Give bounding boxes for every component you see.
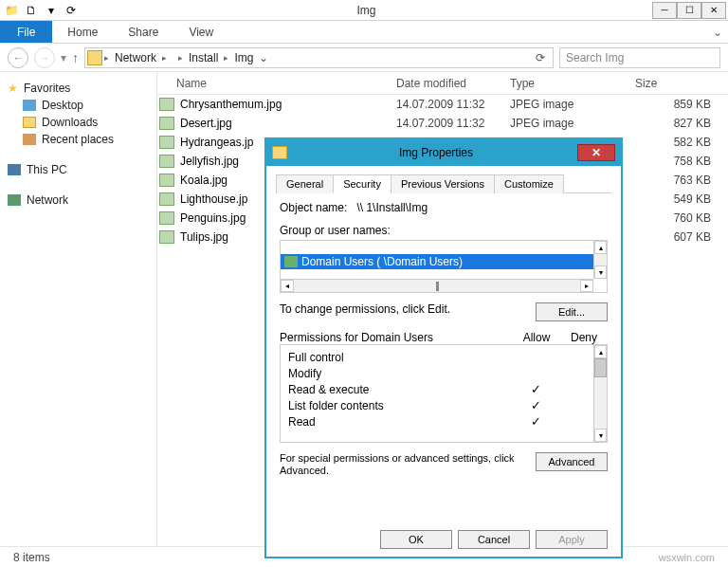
file-row[interactable]: Desert.jpg14.07.2009 11:32JPEG image827 … — [157, 114, 728, 133]
file-name: Desert.jpg — [180, 117, 232, 130]
up-button[interactable]: ↑ — [72, 50, 79, 65]
view-tab[interactable]: View — [173, 21, 228, 43]
maximize-button[interactable]: ☐ — [677, 2, 701, 19]
tab-customize[interactable]: Customize — [494, 174, 564, 193]
advanced-button[interactable]: Advanced — [536, 452, 608, 471]
back-button[interactable]: ← — [8, 47, 28, 68]
file-tab[interactable]: File — [0, 21, 52, 43]
sidebar-item-network[interactable]: Network — [4, 192, 153, 209]
sidebar-item-label: Network — [27, 193, 68, 207]
dialog-close-button[interactable]: ✕ — [577, 144, 615, 161]
qat-dropdown-icon[interactable]: ▾ — [42, 2, 61, 19]
watermark: wsxwin.com — [659, 552, 715, 563]
file-size: 827 KB — [624, 117, 728, 130]
favorites-group[interactable]: ★Favorites — [4, 80, 153, 97]
column-name[interactable]: Name — [157, 77, 396, 90]
vertical-scrollbar[interactable]: ▴▾ — [593, 345, 607, 442]
breadcrumb[interactable]: Network — [111, 51, 160, 64]
breadcrumb[interactable]: Install — [185, 51, 222, 64]
pc-icon — [8, 164, 21, 175]
permission-name: List folder contents — [288, 399, 512, 412]
scroll-down-icon[interactable]: ▾ — [594, 265, 607, 279]
selected-group-row[interactable]: Domain Users ( \Domain Users) — [281, 254, 593, 269]
permissions-label: Permissions for Domain Users — [280, 331, 513, 344]
address-dropdown-icon[interactable]: ⌄ — [259, 51, 268, 64]
address-bar[interactable]: ▸ Network ▸ ▸ Install ▸ Img ⌄ ⟳ — [84, 47, 554, 68]
image-file-icon — [159, 136, 174, 149]
file-size: 763 KB — [624, 174, 728, 187]
sidebar-item-label: Desktop — [42, 99, 83, 112]
minimize-button[interactable]: ─ — [652, 2, 677, 19]
permission-row: Full control — [288, 349, 607, 365]
scroll-right-icon[interactable]: ▸ — [580, 280, 593, 292]
image-file-icon — [159, 174, 174, 187]
cancel-button[interactable]: Cancel — [458, 530, 530, 549]
chevron-right-icon[interactable]: ▸ — [224, 53, 228, 63]
home-tab[interactable]: Home — [52, 21, 113, 43]
dialog-title: Img Properties — [295, 146, 577, 159]
window-title: Img — [81, 4, 652, 17]
ok-button[interactable]: OK — [380, 530, 452, 549]
object-name-value: \\ 1\Install\Img — [356, 201, 428, 214]
column-type[interactable]: Type — [510, 77, 624, 90]
tab-previous-versions[interactable]: Previous Versions — [391, 174, 495, 193]
ribbon-expand-icon[interactable]: ⌄ — [713, 21, 722, 43]
chevron-right-icon[interactable]: ▸ — [178, 53, 183, 63]
tab-security[interactable]: Security — [333, 174, 391, 193]
file-name: Penguins.jpg — [180, 211, 246, 225]
object-name-label: Object name: — [280, 201, 347, 214]
horizontal-scrollbar[interactable]: ◂▸ — [281, 279, 593, 292]
file-date: 14.07.2009 11:32 — [396, 98, 510, 111]
share-tab[interactable]: Share — [113, 21, 173, 43]
sidebar-item-thispc[interactable]: This PC — [4, 161, 153, 178]
file-name: Chrysanthemum.jpg — [180, 98, 282, 111]
properties-icon[interactable]: 🗋 — [22, 2, 41, 19]
apply-button[interactable]: Apply — [536, 530, 608, 549]
properties-dialog: Img Properties ✕ General Security Previo… — [265, 138, 622, 558]
scroll-up-icon[interactable]: ▴ — [594, 241, 607, 254]
chevron-right-icon[interactable]: ▸ — [104, 53, 109, 63]
scroll-up-icon[interactable]: ▴ — [594, 345, 607, 358]
image-file-icon — [159, 211, 174, 225]
ribbon: File Home Share View ⌄ — [0, 21, 728, 44]
breadcrumb[interactable]: Img — [230, 51, 257, 64]
file-type: JPEG image — [510, 117, 624, 130]
scroll-left-icon[interactable]: ◂ — [281, 280, 294, 292]
scroll-down-icon[interactable]: ▾ — [594, 429, 607, 442]
permissions-listbox[interactable]: Full controlModifyRead & execute✓List fo… — [280, 344, 608, 443]
search-input[interactable]: Search Img — [559, 47, 720, 68]
edit-button[interactable]: Edit... — [536, 302, 608, 321]
groups-listbox[interactable]: Domain Users ( \Domain Users) ▴▾ ◂▸ — [280, 240, 608, 293]
navbar: ← → ▾ ↑ ▸ Network ▸ ▸ Install ▸ Img ⌄ ⟳ … — [0, 44, 728, 72]
file-name: Tulips.jpg — [180, 230, 228, 244]
recent-icon — [23, 134, 36, 145]
tab-general[interactable]: General — [276, 174, 334, 193]
column-date[interactable]: Date modified — [396, 77, 510, 90]
file-date: 14.07.2009 11:32 — [396, 117, 510, 130]
dialog-titlebar[interactable]: Img Properties ✕ — [266, 139, 621, 166]
selected-group-label: Domain Users ( \Domain Users) — [301, 255, 463, 268]
close-button[interactable]: ✕ — [701, 2, 726, 19]
sidebar-item-downloads[interactable]: Downloads — [4, 114, 153, 131]
file-name: Lighthouse.jp — [180, 192, 247, 206]
permission-name: Read — [288, 415, 512, 429]
refresh-icon[interactable]: ⟳ — [530, 51, 551, 64]
history-dropdown-icon[interactable]: ▾ — [61, 51, 66, 64]
navigation-pane: ★Favorites Desktop Downloads Recent plac… — [0, 72, 157, 567]
sidebar-item-desktop[interactable]: Desktop — [4, 97, 153, 114]
downloads-icon — [23, 117, 36, 128]
permission-row: List folder contents✓ — [288, 397, 607, 413]
forward-button[interactable]: → — [34, 47, 55, 68]
sidebar-item-label: This PC — [27, 163, 67, 176]
file-row[interactable]: Chrysanthemum.jpg14.07.2009 11:32JPEG im… — [157, 95, 728, 114]
sidebar-item-recent[interactable]: Recent places — [4, 131, 153, 148]
chevron-right-icon[interactable]: ▸ — [162, 53, 167, 63]
scroll-thumb[interactable] — [594, 358, 607, 377]
permission-name: Full control — [288, 351, 512, 364]
column-size[interactable]: Size — [624, 77, 728, 90]
desktop-icon — [23, 100, 36, 111]
vertical-scrollbar[interactable]: ▴▾ — [593, 241, 607, 279]
permission-row: Read✓ — [288, 413, 607, 430]
file-name: Hydrangeas.jp — [180, 136, 253, 149]
refresh-icon[interactable]: ⟳ — [62, 2, 81, 19]
